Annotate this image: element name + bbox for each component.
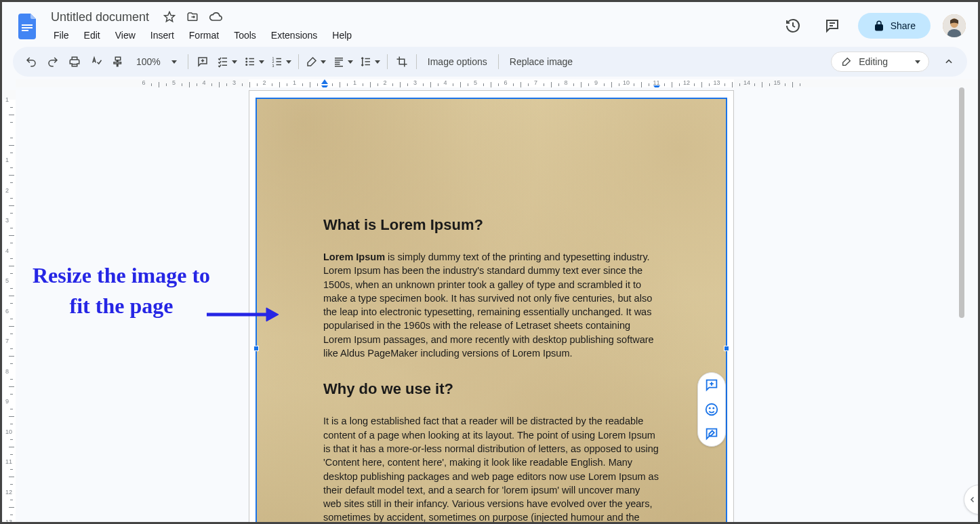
svg-rect-2 xyxy=(22,30,28,31)
suggest-edit-icon[interactable] xyxy=(703,426,720,442)
paint-format-button[interactable] xyxy=(108,52,128,72)
bulleted-list-button[interactable] xyxy=(241,52,267,72)
menu-extensions[interactable]: Extensions xyxy=(264,27,324,43)
svg-point-14 xyxy=(712,407,714,409)
menu-format[interactable]: Format xyxy=(182,27,226,43)
svg-marker-16 xyxy=(266,308,279,321)
annotation-arrow-icon xyxy=(205,304,280,325)
align-button[interactable] xyxy=(330,52,356,72)
star-icon[interactable] xyxy=(163,10,176,24)
heading-1[interactable]: What is Lorem Ipsum? xyxy=(323,216,659,234)
redo-button[interactable] xyxy=(43,52,63,72)
history-icon[interactable] xyxy=(779,12,807,39)
border-color-button[interactable] xyxy=(303,52,329,72)
emoji-reaction-icon[interactable] xyxy=(703,401,720,418)
numbered-list-button[interactable]: 123 xyxy=(268,52,294,72)
spellcheck-button[interactable] xyxy=(86,52,106,72)
image-options-button[interactable]: Image options xyxy=(421,52,494,71)
svg-point-13 xyxy=(709,407,711,409)
cloud-status-icon[interactable] xyxy=(209,10,222,24)
menu-view[interactable]: View xyxy=(108,27,142,43)
svg-text:3: 3 xyxy=(272,64,274,68)
move-icon[interactable] xyxy=(186,10,199,24)
resize-handle-left[interactable] xyxy=(253,346,259,351)
ruler-vertical[interactable]: 112345678910111213 xyxy=(3,90,16,522)
docs-logo-icon[interactable] xyxy=(14,12,41,39)
paragraph-1[interactable]: Lorem Ipsum is simply dummy text of the … xyxy=(323,250,659,360)
mode-dropdown[interactable]: Editing xyxy=(831,52,929,72)
share-button[interactable]: Share xyxy=(858,13,931,39)
insert-comment-button[interactable] xyxy=(192,52,213,72)
svg-point-6 xyxy=(245,58,247,60)
crop-button[interactable] xyxy=(392,52,412,72)
menu-insert[interactable]: Insert xyxy=(144,27,181,43)
header: Untitled document File Edit View Insert … xyxy=(2,2,978,44)
document-title[interactable]: Untitled document xyxy=(47,9,153,26)
scrollbar-thumb[interactable] xyxy=(959,87,964,318)
side-panel-toggle[interactable] xyxy=(964,485,980,515)
zoom-dropdown[interactable]: 100% xyxy=(129,52,184,72)
svg-rect-1 xyxy=(22,27,33,28)
print-button[interactable] xyxy=(64,52,85,72)
toolbar: 100% 123 Image options Replace image Edi… xyxy=(13,47,967,77)
svg-point-8 xyxy=(245,64,247,66)
collapse-toolbar-button[interactable] xyxy=(939,52,959,72)
svg-point-7 xyxy=(245,61,247,63)
svg-point-12 xyxy=(706,404,718,416)
svg-rect-0 xyxy=(22,24,33,26)
resize-handle-right[interactable] xyxy=(724,346,729,351)
document-content: What is Lorem Ipsum? Lorem Ipsum is simp… xyxy=(323,216,659,524)
checklist-button[interactable] xyxy=(214,52,240,72)
add-comment-icon[interactable] xyxy=(703,377,720,393)
comments-icon[interactable] xyxy=(819,12,846,39)
undo-button[interactable] xyxy=(21,52,41,72)
menu-tools[interactable]: Tools xyxy=(227,27,263,43)
scrollbar[interactable] xyxy=(958,87,966,522)
avatar[interactable] xyxy=(943,14,966,37)
menu-file[interactable]: File xyxy=(47,27,76,43)
menu-edit[interactable]: Edit xyxy=(77,27,107,43)
menubar: File Edit View Insert Format Tools Exten… xyxy=(47,27,359,43)
mode-label: Editing xyxy=(859,56,888,67)
share-label: Share xyxy=(891,20,916,31)
line-spacing-button[interactable] xyxy=(357,52,383,72)
workspace: 112345678910111213 What is Lorem Ipsum? … xyxy=(16,87,966,522)
annotation-text: Resize the image to fit the page xyxy=(26,260,216,321)
menu-help[interactable]: Help xyxy=(325,27,359,43)
paragraph-2[interactable]: It is a long established fact that a rea… xyxy=(323,414,659,524)
floating-actions xyxy=(697,372,726,447)
heading-2[interactable]: Why do we use it? xyxy=(323,380,659,398)
replace-image-button[interactable]: Replace image xyxy=(503,52,579,71)
